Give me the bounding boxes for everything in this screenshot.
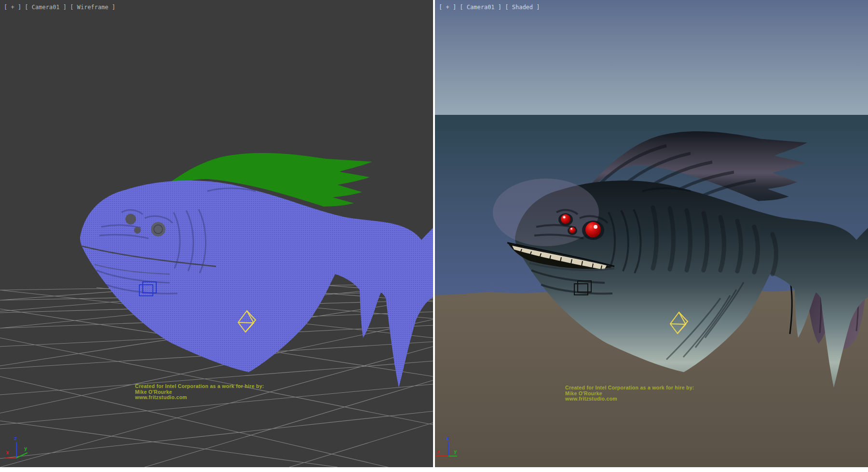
credit-text-wireframe: Created for Intel Corporation as a work … (135, 384, 294, 401)
creature-eye-red-3 (585, 222, 601, 237)
creature-eye-wire-2 (134, 227, 141, 234)
axis-y-label: y (24, 445, 27, 452)
viewport-label-shaded[interactable]: [ + ] [ Camera01 ] [ Shaded ] (439, 4, 540, 11)
creature-eye-red-1 (561, 214, 570, 224)
viewport-divider[interactable] (433, 0, 435, 467)
eye-highlight-1 (563, 216, 566, 219)
credit-line-3: www.fritzstudio.com (565, 396, 724, 402)
sky-gradient (435, 0, 868, 115)
creature-eye-red-2 (570, 227, 576, 234)
credit-text-shaded: Created for Intel Corporation as a work … (565, 385, 724, 402)
head-purple-sheen (493, 179, 599, 246)
credit-line-1: Created for Intel Corporation as a work … (135, 384, 294, 389)
axis-z-label: z (446, 435, 449, 441)
axis-x-label: x (6, 449, 9, 456)
axis-y-label: y (454, 448, 457, 455)
creature-eye-wire-1 (125, 214, 136, 224)
credit-line-3: www.fritzstudio.com (135, 395, 294, 401)
credit-line-1: Created for Intel Corporation as a work … (565, 385, 724, 391)
creature-eye-wire-3 (151, 222, 165, 236)
eye-highlight-2 (570, 228, 572, 230)
viewport-label-wireframe[interactable]: [ + ] [ Camera01 ] [ Wireframe ] (4, 4, 115, 11)
bottom-edge (0, 467, 868, 472)
eye-highlight-3 (594, 225, 597, 229)
axis-z-label: z (14, 435, 17, 442)
axis-x-label: x (437, 448, 440, 455)
dual-viewport-area: z x y z x y [ + ] [ Camera01 ] [ Wirefra… (0, 0, 868, 472)
